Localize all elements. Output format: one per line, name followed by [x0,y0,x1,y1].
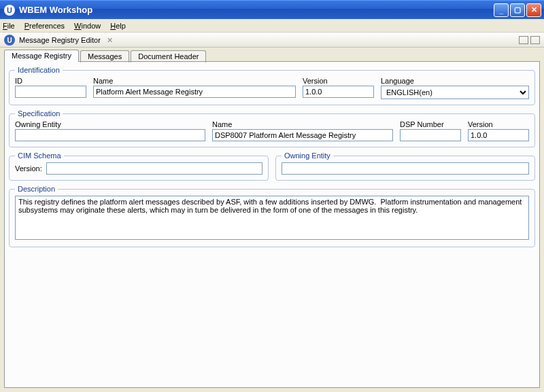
maximize-button[interactable]: ▢ [510,3,525,17]
language-select[interactable]: ENGLISH(en) [381,86,529,99]
specification-legend: Specification [15,109,63,118]
editor-minimize-button[interactable] [519,36,528,44]
spec-owning-label: Owning Entity [15,120,205,128]
version-input[interactable] [303,86,374,98]
editor-close-icon[interactable]: ✕ [105,36,115,45]
owning-entity-group: Owning Entity [275,152,535,181]
description-legend: Description [15,185,58,193]
identification-legend: Identification [15,66,63,74]
minimize-button[interactable]: _ [494,3,509,17]
window-title: WBEM Workshop [19,5,92,15]
menubar: File Preferences Window Help [0,19,544,33]
tabstrip: Message Registry Messages Document Heade… [0,48,544,62]
editor-maximize-button[interactable] [530,36,540,44]
editor-tabbar: U Message Registry Editor ✕ [0,33,544,48]
owning-entity-input[interactable] [282,162,529,175]
spec-version-input[interactable] [468,129,529,141]
menu-file[interactable]: File [3,22,15,30]
tab-message-registry[interactable]: Message Registry [4,50,79,62]
spec-dsp-label: DSP Number [400,120,461,128]
description-group: Description [9,185,535,247]
owning-entity-legend: Owning Entity [282,152,333,160]
version-label: Version [303,77,374,85]
app-icon: U [4,5,15,16]
cimschema-legend: CIM Schema [15,152,64,160]
editor-title[interactable]: Message Registry Editor [19,36,101,44]
specification-group: Specification Owning Entity Name DSP Num… [9,109,535,147]
id-input[interactable] [15,86,86,98]
tab-messages[interactable]: Messages [80,50,129,63]
name-label: Name [93,77,296,85]
menu-window[interactable]: Window [74,22,101,30]
cimschema-group: CIM Schema Version: [9,152,269,181]
language-label: Language [381,77,529,85]
spec-dsp-input[interactable] [400,129,461,141]
cim-version-input[interactable] [46,162,262,175]
content-area: Identification ID Name Version Language … [4,62,540,388]
editor-icon: U [4,35,15,46]
tab-document-header[interactable]: Document Header [131,50,206,63]
close-button[interactable]: ✕ [526,3,541,17]
spec-name-label: Name [212,120,393,128]
spec-version-label: Version [468,120,529,128]
cim-version-label: Version: [15,164,42,173]
window-titlebar: U WBEM Workshop _ ▢ ✕ [0,0,544,19]
name-input[interactable] [93,86,296,98]
description-textarea[interactable] [15,196,529,240]
menu-help[interactable]: Help [110,22,126,30]
spec-name-input[interactable] [212,129,393,141]
id-label: ID [15,77,86,85]
menu-preferences[interactable]: Preferences [24,22,65,30]
spec-owning-input[interactable] [15,129,205,141]
identification-group: Identification ID Name Version Language … [9,66,535,105]
